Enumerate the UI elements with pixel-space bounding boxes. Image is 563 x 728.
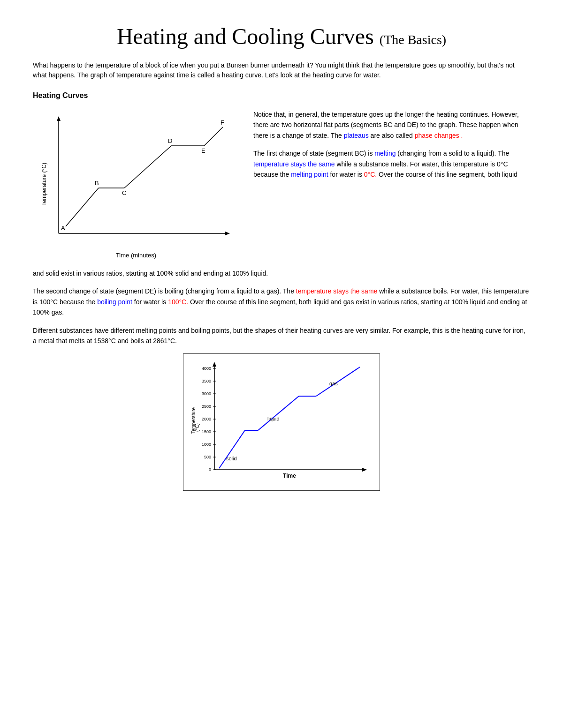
boiling-section: The second change of state (segment DE) … <box>33 286 530 317</box>
svg-marker-2 <box>57 116 61 121</box>
iron-heating-curve-graph: 0 500 1000 1500 2000 2500 3000 3500 4000 <box>188 360 372 481</box>
svg-text:2000: 2000 <box>202 417 211 421</box>
svg-text:B: B <box>95 180 99 187</box>
svg-text:1500: 1500 <box>202 429 211 434</box>
page-title: Heating and Cooling Curves (The Basics) <box>33 23 530 49</box>
iron-paragraph: Different substances have different melt… <box>33 325 530 346</box>
svg-text:0: 0 <box>209 467 211 472</box>
iron-section: Different substances have different melt… <box>33 325 530 491</box>
svg-text:gas: gas <box>329 381 338 386</box>
section-heading-heating: Heating Curves <box>33 91 530 100</box>
svg-marker-3 <box>225 232 230 235</box>
svg-text:D: D <box>168 137 172 144</box>
svg-line-8 <box>204 127 223 146</box>
water-graph-x-label: Time (minutes) <box>116 252 156 259</box>
svg-marker-18 <box>362 468 367 472</box>
svg-text:E: E <box>201 147 205 154</box>
svg-text:Time: Time <box>283 473 296 479</box>
svg-text:liquid: liquid <box>267 416 280 421</box>
svg-text:3500: 3500 <box>202 379 211 383</box>
intro-paragraph: What happens to the temperature of a blo… <box>33 60 530 80</box>
boiling-paragraph: The second change of state (segment DE) … <box>33 286 530 317</box>
iron-graph-outer: 0 500 1000 1500 2000 2500 3000 3500 4000 <box>183 353 380 490</box>
svg-text:(°C): (°C) <box>195 423 200 432</box>
heating-section: A B C D E F Temperature (°C) Time (minut… <box>33 109 530 259</box>
svg-text:Temperature (°C): Temperature (°C) <box>41 163 47 206</box>
desc-p2: The first change of state (segment BC) i… <box>253 148 530 180</box>
page-subtitle: (The Basics) <box>380 32 446 47</box>
water-graph-container: A B C D E F Temperature (°C) Time (minut… <box>33 109 239 259</box>
svg-text:solid: solid <box>226 456 237 461</box>
svg-text:2500: 2500 <box>202 404 211 409</box>
svg-line-4 <box>66 188 99 226</box>
svg-text:A: A <box>61 225 65 232</box>
svg-line-6 <box>124 146 171 188</box>
svg-text:500: 500 <box>204 455 211 459</box>
svg-marker-19 <box>213 362 216 367</box>
desc-p1: Notice that, in general, the temperature… <box>253 109 530 141</box>
svg-text:F: F <box>221 119 224 126</box>
svg-text:3000: 3000 <box>202 391 211 396</box>
svg-text:1000: 1000 <box>202 442 211 447</box>
description-right: Notice that, in general, the temperature… <box>253 109 530 259</box>
water-heating-curve-graph: A B C D E F Temperature (°C) <box>38 109 235 250</box>
below-graph-text: and solid exist in various ratios, start… <box>33 268 530 278</box>
iron-graph-wrapper: 0 500 1000 1500 2000 2500 3000 3500 4000 <box>33 353 530 490</box>
svg-text:4000: 4000 <box>202 366 211 371</box>
svg-text:C: C <box>122 189 126 196</box>
